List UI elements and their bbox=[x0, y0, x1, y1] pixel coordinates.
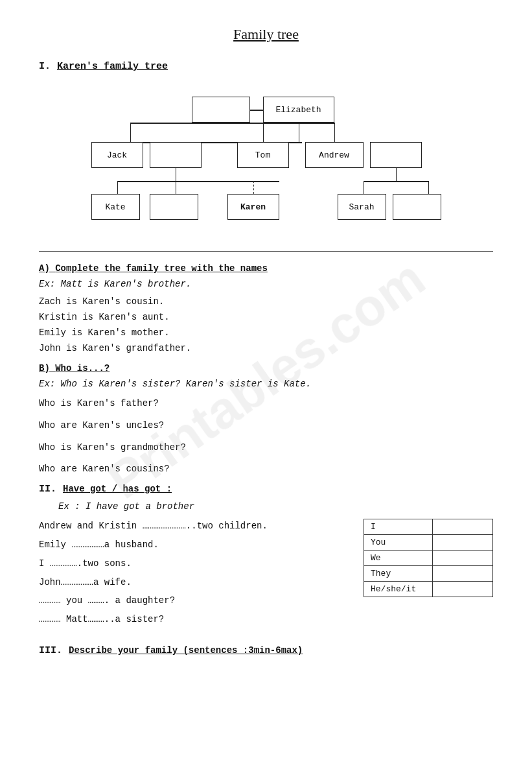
section-ii-example: Ex : I have got a brother bbox=[58, 500, 493, 514]
pronoun-i: I bbox=[364, 519, 433, 535]
line-to-sarah bbox=[364, 181, 365, 194]
section-b-q1: Who is Karen's father? bbox=[39, 396, 493, 412]
line-to-tom bbox=[263, 123, 264, 142]
line-jack-children-h bbox=[117, 181, 279, 182]
line-to-karen bbox=[253, 181, 255, 194]
tree-node-elizabeth: Elizabeth bbox=[263, 97, 334, 123]
conjugation-table: I You We They He/she/it bbox=[364, 519, 493, 597]
tree-node-kate: Kate bbox=[91, 194, 140, 220]
fill-line-2: Emily ………………a husband. bbox=[39, 538, 351, 553]
tree-node-tom: Tom bbox=[237, 142, 289, 168]
line-top-connect bbox=[250, 110, 263, 111]
section-ii-num: II. bbox=[39, 484, 56, 495]
have-got-layout: Andrew and Kristin ……………………..two childre… bbox=[39, 519, 493, 631]
line-jack-down bbox=[176, 168, 177, 181]
line-to-blank2 bbox=[428, 181, 430, 194]
fill-line-4: John………………a wife. bbox=[39, 575, 351, 591]
tree-node-jack: Jack bbox=[91, 142, 143, 168]
section-b-title: B) Who is...? bbox=[39, 363, 493, 373]
section-i-num: I. bbox=[39, 61, 51, 72]
tree-node-karen: Karen bbox=[227, 194, 279, 220]
line-to-kate bbox=[117, 181, 119, 194]
line-andrew-children-h bbox=[364, 181, 428, 182]
pronoun-they: They bbox=[364, 566, 433, 582]
tree-node-blank-child1 bbox=[150, 194, 198, 220]
tree-node-jack-spouse bbox=[150, 142, 202, 168]
section-iii-num: III. bbox=[39, 645, 62, 656]
tree-node-andrew-spouse bbox=[370, 142, 422, 168]
section-a-example: Ex: Matt is Karen's brother. bbox=[39, 278, 493, 291]
tree-node-andrew: Andrew bbox=[305, 142, 364, 168]
pronoun-you: You bbox=[364, 535, 433, 551]
section-b-example: Ex: Who is Karen's sister? Karen's siste… bbox=[39, 377, 493, 391]
verb-i bbox=[433, 519, 493, 535]
line-top-down bbox=[299, 123, 300, 142]
fill-line-6: ………… Matt………..a sister? bbox=[39, 612, 351, 628]
section-b-q3: Who is Karen's grandmother? bbox=[39, 440, 493, 456]
section-i-title: Karen's family tree bbox=[57, 61, 168, 72]
line-top-right-h bbox=[263, 123, 334, 124]
section-a-line-1: Zach is Karen's cousin. bbox=[39, 295, 493, 309]
verb-we bbox=[433, 551, 493, 566]
line-down-andrew bbox=[334, 123, 336, 142]
section-iii-title: Describe your family (sentences :3min-6m… bbox=[69, 645, 303, 656]
line-down-jack bbox=[130, 123, 132, 142]
section-b-q4: Who are Karen's cousins? bbox=[39, 462, 493, 477]
tree-node-blank-child2 bbox=[393, 194, 441, 220]
tree-node-sarah: Sarah bbox=[338, 194, 386, 220]
section-a-line-2: Kristin is Karen's aunt. bbox=[39, 311, 493, 324]
pronoun-we: We bbox=[364, 551, 433, 566]
section-b-q2: Who are Karen's uncles? bbox=[39, 418, 493, 434]
line-andrew-down bbox=[396, 168, 397, 181]
line-top-left-h bbox=[130, 123, 263, 124]
page-title: Family tree bbox=[39, 26, 493, 43]
verb-you bbox=[433, 535, 493, 551]
fill-line-3: I …………….two sons. bbox=[39, 556, 351, 572]
section-a-line-3: Emily is Karen's mother. bbox=[39, 326, 493, 340]
have-got-fill-lines: Andrew and Kristin ……………………..two childre… bbox=[39, 519, 351, 631]
tree-node-blank-top bbox=[192, 97, 250, 123]
section-a-title: A) Complete the family tree with the nam… bbox=[39, 263, 493, 274]
line-to-blank1 bbox=[176, 181, 177, 194]
verb-hesheit bbox=[433, 582, 493, 597]
pronoun-hesheit: He/she/it bbox=[364, 582, 433, 597]
fill-line-5: ………… you ………. a daughter? bbox=[39, 593, 351, 609]
divider bbox=[39, 251, 493, 252]
section-ii-title: Have got / has got : bbox=[63, 484, 172, 494]
fill-line-1: Andrew and Kristin ……………………..two childre… bbox=[39, 519, 351, 534]
section-a-line-4: John is Karen's grandfather. bbox=[39, 342, 493, 355]
verb-they bbox=[433, 566, 493, 582]
family-tree-diagram: Elizabeth Jack Tom Andrew bbox=[65, 90, 467, 239]
